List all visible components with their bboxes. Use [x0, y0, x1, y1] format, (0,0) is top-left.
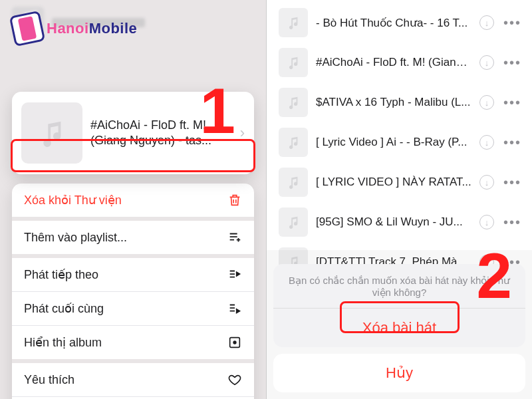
play-last-button[interactable]: Phát cuối cùng	[12, 292, 254, 326]
delete-from-library-button[interactable]: Xóa khỏi Thư viện	[12, 184, 254, 221]
trash-icon	[227, 193, 242, 207]
action-label: Hiển thị album	[24, 335, 102, 350]
download-icon[interactable]: ↓	[479, 55, 494, 70]
download-icon[interactable]: ↓	[479, 95, 494, 110]
cancel-button[interactable]: Hủy	[273, 354, 525, 392]
album-art-placeholder	[21, 102, 82, 164]
watermark-phone-icon	[9, 11, 46, 47]
list-item[interactable]: [95G] SMO & Lil Wuyn - JU...↓•••	[267, 202, 532, 242]
more-icon[interactable]: •••	[502, 175, 523, 190]
song-row-title: #AiChoAi - FloD ft. M! (Giang...	[316, 56, 471, 69]
step-number-1: 1	[200, 74, 235, 148]
music-note-icon	[279, 128, 308, 157]
song-row-title: [95G] SMO & Lil Wuyn - JU...	[316, 215, 471, 229]
music-note-icon	[279, 8, 308, 37]
song-row-title: $ATIVA x 16 Typh - Malibu (L...	[316, 96, 471, 109]
action-label: Yêu thích	[24, 373, 74, 387]
step2-pane: - Bò Hút Thuốc Chưa- - 16 T...↓••• #AiCh…	[266, 0, 532, 399]
show-album-button[interactable]: Hiển thị album	[12, 326, 254, 363]
song-row-title: [ Lyric Video ] Ai - - B-Ray (P...	[316, 136, 471, 149]
list-item[interactable]: $ATIVA x 16 Typh - Malibu (L...↓•••	[267, 82, 532, 122]
download-icon[interactable]: ↓	[479, 175, 494, 190]
action-label: Thêm vào playlist...	[24, 231, 127, 245]
chevron-right-icon[interactable]: ›	[240, 124, 245, 142]
list-item[interactable]: [ Lyric Video ] Ai - - B-Ray (P...↓•••	[267, 122, 532, 162]
play-last-icon	[227, 301, 242, 316]
context-menu: Xóa khỏi Thư viện Thêm vào playlist... P…	[12, 184, 254, 399]
watermark-text-a: Hanoi	[47, 20, 89, 37]
delete-song-button[interactable]: Xóa bài hát	[273, 309, 525, 347]
more-icon[interactable]: •••	[502, 95, 523, 110]
love-button[interactable]: Yêu thích	[12, 363, 254, 397]
playlist-add-icon	[227, 230, 242, 245]
music-note-icon	[279, 207, 308, 237]
watermark-logo: HanoiMobile	[12, 13, 137, 44]
song-row-title: - Bò Hút Thuốc Chưa- - 16 T...	[316, 16, 471, 30]
download-icon[interactable]: ↓	[479, 15, 494, 30]
action-label: Phát cuối cùng	[24, 301, 104, 316]
song-row-title: [ LYRIC VIDEO ] NÀY RATAT...	[316, 176, 471, 189]
list-item[interactable]: #AiChoAi - FloD ft. M! (Giang...↓•••	[267, 43, 532, 82]
step1-pane: HanoiMobile #AiChoAi - FloD ft. M! (Gian…	[0, 0, 266, 399]
step-number-2: 2	[477, 239, 512, 313]
action-label: Phát tiếp theo	[24, 267, 98, 282]
music-note-icon	[279, 88, 308, 117]
music-note-icon	[279, 48, 308, 77]
watermark-text-b: Mobile	[89, 20, 138, 37]
action-label: Xóa khỏi Thư viện	[24, 193, 122, 207]
list-item[interactable]: - Bò Hút Thuốc Chưa- - 16 T...↓•••	[267, 3, 532, 43]
download-icon[interactable]: ↓	[479, 135, 494, 150]
more-icon[interactable]: •••	[502, 55, 523, 70]
more-icon[interactable]: •••	[502, 215, 523, 230]
svg-point-1	[233, 341, 236, 344]
play-next-button[interactable]: Phát tiếp theo	[12, 258, 254, 292]
more-icon[interactable]: •••	[502, 15, 523, 31]
music-note-icon	[279, 168, 308, 197]
add-to-playlist-button[interactable]: Thêm vào playlist...	[12, 221, 254, 258]
download-icon[interactable]: ↓	[479, 215, 494, 229]
list-item[interactable]: [ LYRIC VIDEO ] NÀY RATAT...↓•••	[267, 162, 532, 202]
album-icon	[227, 335, 242, 350]
heart-icon	[227, 372, 242, 387]
play-next-icon	[227, 267, 242, 282]
more-icon[interactable]: •••	[502, 135, 523, 150]
